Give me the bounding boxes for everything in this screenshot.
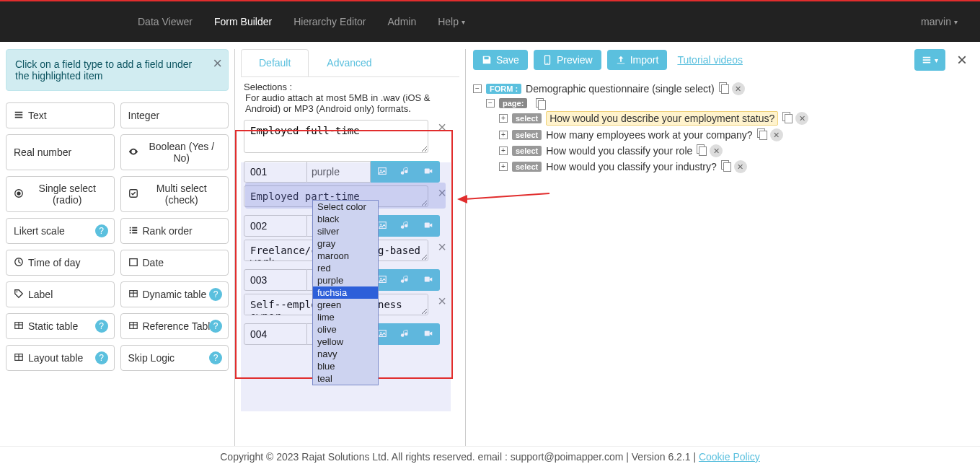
audio-icon — [400, 220, 410, 232]
import-button[interactable]: Import — [607, 50, 668, 70]
selection-code-input[interactable] — [244, 323, 307, 345]
help-icon[interactable]: ? — [209, 288, 222, 301]
color-option-fuchsia[interactable]: fuchsia — [313, 286, 378, 299]
tree-toggle[interactable]: + — [499, 131, 508, 139]
color-option-blue[interactable]: blue — [313, 360, 378, 372]
field-type-date[interactable]: Date — [120, 250, 229, 276]
tree-toggle[interactable]: + — [499, 162, 508, 171]
copy-icon[interactable] — [719, 82, 729, 92]
tree-toggle[interactable]: + — [499, 114, 508, 123]
remove-selection[interactable]: × — [435, 185, 446, 200]
color-option-green[interactable]: green — [313, 299, 378, 311]
panel-close[interactable]: × — [957, 50, 967, 70]
tab-advanced[interactable]: Advanced — [309, 49, 389, 76]
field-type-skip-logic[interactable]: Skip Logic? — [120, 345, 229, 371]
tree-select-item[interactable]: How would you describe your employment s… — [546, 111, 778, 126]
copy-icon[interactable] — [782, 112, 793, 122]
media-audio-button[interactable] — [394, 215, 417, 237]
field-type-time-of-day[interactable]: Time of day — [6, 250, 115, 276]
tab-default[interactable]: Default — [241, 49, 309, 76]
color-option-navy[interactable]: navy — [313, 348, 378, 360]
nav-help[interactable]: Help▾ — [427, 9, 476, 35]
panel-menu-button[interactable]: ▾ — [914, 49, 945, 71]
color-option-teal[interactable]: teal — [313, 372, 378, 385]
copy-icon[interactable] — [757, 128, 767, 139]
color-option-red[interactable]: red — [313, 262, 378, 274]
svg-point-25 — [547, 63, 547, 64]
help-icon[interactable]: ? — [95, 224, 108, 237]
info-alert: Click on a field type to add a field und… — [6, 49, 229, 91]
field-type-single-select-radio[interactable]: Single select (radio) — [6, 176, 115, 212]
field-type-text[interactable]: Text — [6, 102, 115, 128]
delete-icon[interactable]: ✕ — [770, 128, 783, 141]
help-icon[interactable]: ? — [209, 320, 222, 333]
media-audio-button[interactable] — [394, 161, 417, 183]
media-image-button[interactable] — [371, 161, 394, 183]
field-type-dynamic-table[interactable]: Dynamic table? — [120, 281, 229, 307]
selections-label: Selections : — [244, 82, 456, 92]
remove-selection[interactable]: × — [435, 294, 446, 308]
field-type-real-number[interactable]: Real number — [6, 134, 115, 170]
color-option-yellow[interactable]: yellow — [313, 336, 378, 348]
color-option-olive[interactable]: olive — [313, 323, 378, 336]
media-audio-button[interactable] — [394, 269, 417, 291]
alert-close[interactable]: × — [213, 56, 222, 71]
nav-form-builder[interactable]: Form Builder — [203, 9, 283, 35]
selection-color-select[interactable] — [307, 161, 371, 183]
copy-icon[interactable] — [697, 144, 707, 154]
media-video-button[interactable] — [417, 269, 440, 291]
form-label[interactable]: Demographic questionnaire (single select… — [526, 83, 714, 95]
preview-button[interactable]: Preview — [534, 50, 601, 70]
media-video-button[interactable] — [417, 323, 440, 345]
selection-code-input[interactable] — [244, 161, 307, 183]
nav-data-viewer[interactable]: Data Viewer — [127, 9, 203, 35]
color-option-maroon[interactable]: maroon — [313, 250, 378, 262]
help-icon[interactable]: ? — [95, 351, 108, 364]
color-option-black[interactable]: black — [313, 213, 378, 225]
tree-select-item[interactable]: How many employees work at your company? — [546, 129, 752, 141]
tree-select-item[interactable]: How would you classify your role — [546, 145, 692, 157]
delete-icon[interactable]: ✕ — [732, 82, 745, 95]
tree-select-item[interactable]: How would you classify your industry? — [546, 161, 717, 172]
color-option-lime[interactable]: lime — [313, 311, 378, 323]
color-option-gray[interactable]: gray — [313, 237, 378, 250]
delete-icon[interactable]: ✕ — [795, 112, 808, 125]
color-option-purple[interactable]: purple — [313, 274, 378, 286]
tree-toggle[interactable]: + — [499, 146, 508, 155]
remove-selection[interactable]: × — [435, 240, 446, 254]
media-video-button[interactable] — [417, 161, 440, 183]
save-button[interactable]: Save — [473, 50, 528, 70]
delete-icon[interactable]: ✕ — [734, 160, 747, 173]
cookie-policy-link[interactable]: Cookie Policy — [699, 451, 760, 463]
remove-selection[interactable]: × — [435, 120, 446, 134]
nav-hierarchy-editor[interactable]: Hierarchy Editor — [283, 9, 376, 35]
selection-code-input[interactable] — [244, 269, 307, 291]
help-icon[interactable]: ? — [95, 320, 108, 333]
field-type-likert-scale[interactable]: Likert scale? — [6, 218, 115, 244]
field-type-label[interactable]: Label — [6, 281, 115, 307]
field-label: Real number — [14, 146, 71, 158]
field-type-integer[interactable]: Integer — [120, 102, 229, 128]
selection-text-input[interactable] — [244, 120, 428, 153]
nav-user[interactable]: marvin▾ — [910, 9, 968, 35]
tutorial-link[interactable]: Tutorial videos — [677, 54, 743, 66]
color-option-select-color[interactable]: Select color — [313, 201, 378, 213]
field-type-static-table[interactable]: Static table? — [6, 313, 115, 339]
nav-admin[interactable]: Admin — [377, 9, 428, 35]
field-type-multi-select-check[interactable]: Multi select (check) — [120, 176, 229, 212]
tree-toggle[interactable]: − — [486, 99, 495, 108]
delete-icon[interactable]: ✕ — [710, 144, 723, 157]
copy-icon[interactable] — [536, 98, 546, 108]
media-video-button[interactable] — [417, 215, 440, 237]
field-type-reference-table[interactable]: Reference Table? — [120, 313, 229, 339]
tree-toggle[interactable]: − — [473, 84, 482, 93]
color-dropdown-open[interactable]: Select colorblacksilvergraymaroonredpurp… — [312, 200, 379, 385]
media-audio-button[interactable] — [394, 323, 417, 345]
color-option-silver[interactable]: silver — [313, 225, 378, 237]
selection-code-input[interactable] — [244, 215, 307, 237]
field-type-boolean-yes-no[interactable]: Boolean (Yes / No) — [120, 134, 229, 170]
field-type-layout-table[interactable]: Layout table? — [6, 345, 115, 371]
copy-icon[interactable] — [721, 160, 731, 170]
help-icon[interactable]: ? — [209, 351, 222, 364]
field-type-rank-order[interactable]: Rank order — [120, 218, 229, 244]
